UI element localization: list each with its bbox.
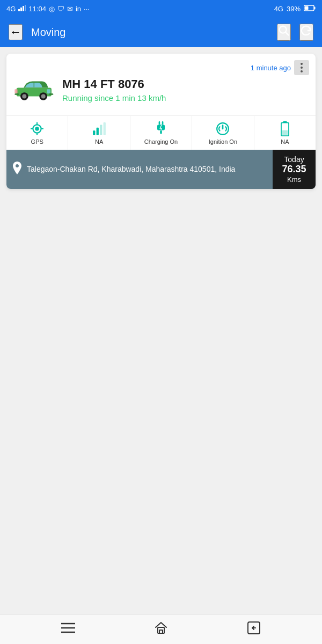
svg-rect-32 [160,130,162,134]
ignition-icon [216,121,230,136]
today-label: Today [284,155,304,164]
app-bar: ← Moving [0,17,322,47]
svg-point-20 [35,127,38,130]
vehicle-card: 1 minute ago [6,54,316,189]
location-icon: ◎ [49,5,55,13]
linkedin-indicator: in [76,5,81,13]
svg-rect-11 [47,89,50,93]
charging-label: Charging On [144,138,178,145]
svg-rect-0 [18,9,20,11]
distance-value: 76.35 [282,164,306,175]
status-item-charging: Charging On [130,116,192,150]
signal-icon [92,121,106,136]
card-top: 1 minute ago [6,54,316,111]
svg-rect-36 [282,130,288,135]
svg-line-8 [286,32,289,35]
charging-icon [156,121,166,136]
today-block: Today 76.35 Kms [273,150,316,189]
car-icon [13,77,56,104]
svg-rect-3 [25,5,26,11]
svg-rect-17 [14,93,19,95]
status-right: 4G 39% [274,5,316,13]
vehicle-info-row: MH 14 FT 8076 Running since 1 min 13 km/… [13,77,309,104]
location-text-block: Talegaon-Chakan Rd, Kharabwadi, Maharash… [6,150,273,189]
menu-button[interactable] [61,622,75,637]
svg-rect-41 [159,630,163,633]
network-type-right: 4G [274,5,283,13]
svg-rect-30 [162,121,164,125]
svg-rect-12 [14,89,17,93]
battery-status-icon [280,121,290,136]
battery-label: NA [281,138,289,145]
search-button[interactable] [277,24,291,41]
more-indicator: ··· [84,5,90,13]
gps-icon [30,121,44,136]
bottom-nav [0,614,322,644]
dot1 [301,63,303,65]
battery-icon [304,5,316,13]
ignition-label: Ignition On [209,138,237,145]
vehicle-number: MH 14 FT 8076 [62,77,166,91]
signal-bars [18,5,26,13]
svg-point-14 [22,94,26,99]
home-button[interactable] [154,621,168,638]
shield-icon: 🛡 [57,5,64,13]
mail-icon: ✉ [67,5,73,13]
gps-label: GPS [31,138,43,145]
svg-rect-29 [159,121,160,125]
svg-rect-26 [96,128,98,135]
location-address: Talegaon-Chakan Rd, Kharabwadi, Maharash… [27,164,235,175]
back-nav-button[interactable] [247,621,261,638]
svg-point-7 [280,26,287,33]
svg-rect-25 [93,130,95,135]
refresh-button[interactable] [299,24,313,41]
svg-rect-5 [314,6,316,9]
back-button[interactable]: ← [9,24,23,40]
svg-rect-28 [103,122,105,135]
vehicle-running-status: Running since 1 min 13 km/h [62,93,166,103]
svg-rect-1 [20,8,22,11]
status-item-gps: GPS [6,116,68,150]
distance-unit: Kms [287,175,301,184]
svg-rect-18 [49,93,53,95]
more-options-button[interactable] [294,60,309,75]
status-item-ignition: Ignition On [192,116,254,150]
time-ago: 1 minute ago [13,64,294,72]
time-display: 11:04 [28,5,46,13]
pin-icon [12,162,23,177]
app-bar-title: Moving [31,26,268,39]
status-icons-row: GPS NA [6,115,316,150]
signal-label: NA [95,138,103,145]
svg-rect-27 [100,125,102,135]
status-item-signal: NA [68,116,130,150]
svg-rect-6 [305,6,309,10]
status-item-battery: NA [254,116,316,150]
svg-rect-2 [23,6,24,11]
dot2 [301,67,303,69]
svg-point-16 [41,94,46,99]
battery-percentage: 39% [287,5,301,13]
vehicle-text: MH 14 FT 8076 Running since 1 min 13 km/… [62,77,166,103]
dot3 [301,70,303,72]
location-footer: Talegaon-Chakan Rd, Kharabwadi, Maharash… [6,150,316,189]
card-header-row: 1 minute ago [13,60,309,75]
status-left: 4G 11:04 ◎ 🛡 ✉ in ··· [6,5,90,13]
network-indicator: 4G [6,5,16,13]
status-bar: 4G 11:04 ◎ 🛡 ✉ in ··· 4G 39% [0,0,322,17]
main-content: 1 minute ago [0,47,322,405]
